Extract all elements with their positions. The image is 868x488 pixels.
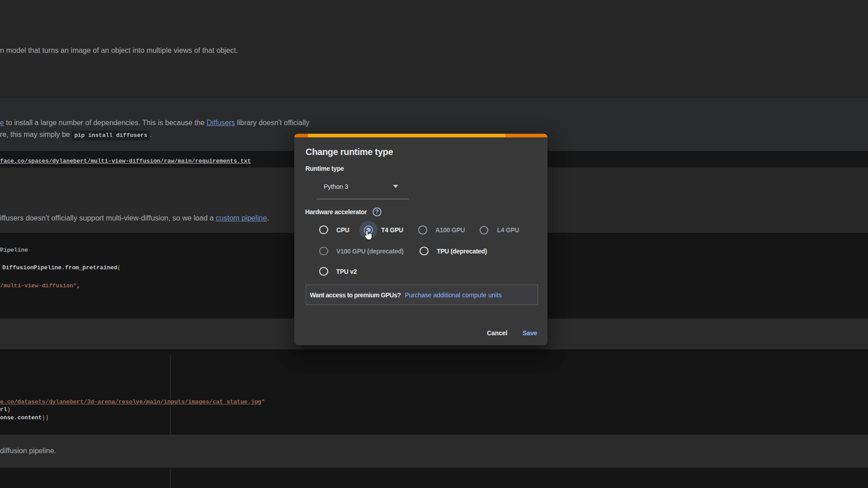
- svg-text:?: ?: [375, 209, 378, 215]
